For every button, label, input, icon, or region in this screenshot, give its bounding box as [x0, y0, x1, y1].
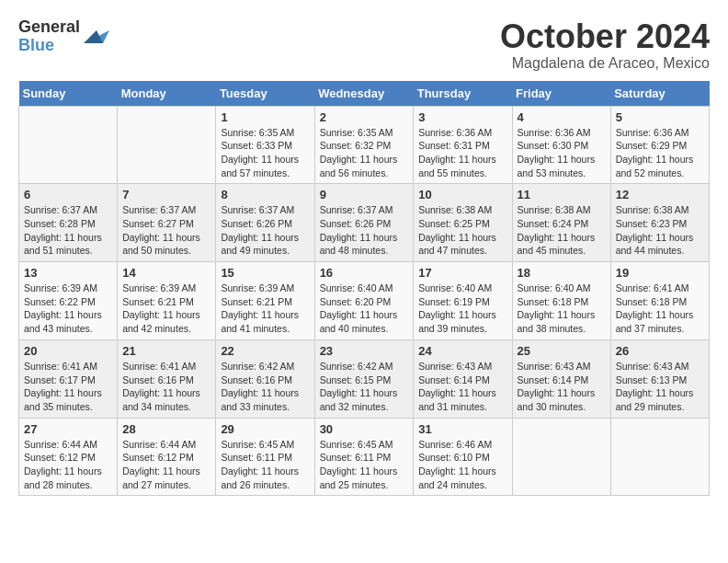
calendar-week-3: 13Sunrise: 6:39 AM Sunset: 6:22 PM Dayli… — [19, 262, 710, 340]
day-header-thursday: Thursday — [414, 81, 512, 107]
calendar-cell: 2Sunrise: 6:35 AM Sunset: 6:32 PM Daylig… — [314, 106, 414, 184]
day-number: 5 — [616, 110, 704, 124]
day-number: 8 — [221, 188, 309, 201]
day-info: Sunrise: 6:36 AM Sunset: 6:30 PM Dayligh… — [518, 126, 606, 180]
day-info: Sunrise: 6:35 AM Sunset: 6:32 PM Dayligh… — [320, 126, 409, 180]
calendar-cell — [610, 418, 709, 496]
calendar-cell: 18Sunrise: 6:40 AM Sunset: 6:18 PM Dayli… — [512, 262, 610, 340]
calendar-cell: 9Sunrise: 6:37 AM Sunset: 6:26 PM Daylig… — [314, 184, 414, 262]
day-info: Sunrise: 6:42 AM Sunset: 6:16 PM Dayligh… — [221, 360, 309, 414]
calendar-cell: 16Sunrise: 6:40 AM Sunset: 6:20 PM Dayli… — [314, 262, 414, 340]
day-info: Sunrise: 6:36 AM Sunset: 6:31 PM Dayligh… — [418, 126, 506, 180]
calendar-cell: 11Sunrise: 6:38 AM Sunset: 6:24 PM Dayli… — [512, 184, 610, 262]
calendar-table: SundayMondayTuesdayWednesdayThursdayFrid… — [18, 81, 710, 497]
day-info: Sunrise: 6:35 AM Sunset: 6:33 PM Dayligh… — [221, 126, 309, 180]
day-info: Sunrise: 6:43 AM Sunset: 6:14 PM Dayligh… — [518, 360, 606, 414]
day-number: 1 — [221, 110, 309, 124]
calendar-cell: 7Sunrise: 6:37 AM Sunset: 6:27 PM Daylig… — [118, 184, 216, 262]
day-number: 29 — [221, 422, 309, 436]
day-info: Sunrise: 6:37 AM Sunset: 6:26 PM Dayligh… — [320, 203, 409, 258]
day-info: Sunrise: 6:38 AM Sunset: 6:25 PM Dayligh… — [418, 203, 506, 258]
calendar-cell: 13Sunrise: 6:39 AM Sunset: 6:22 PM Dayli… — [19, 262, 118, 340]
day-number: 16 — [320, 266, 409, 280]
calendar-cell: 26Sunrise: 6:43 AM Sunset: 6:13 PM Dayli… — [610, 339, 709, 418]
calendar-cell: 6Sunrise: 6:37 AM Sunset: 6:28 PM Daylig… — [19, 184, 118, 262]
day-number: 30 — [320, 422, 409, 436]
day-info: Sunrise: 6:36 AM Sunset: 6:29 PM Dayligh… — [616, 126, 704, 180]
day-number: 26 — [616, 344, 704, 358]
day-number: 9 — [320, 188, 409, 201]
calendar-week-5: 27Sunrise: 6:44 AM Sunset: 6:12 PM Dayli… — [19, 418, 710, 496]
day-number: 25 — [518, 344, 606, 358]
day-info: Sunrise: 6:44 AM Sunset: 6:12 PM Dayligh… — [24, 438, 112, 492]
calendar-cell: 27Sunrise: 6:44 AM Sunset: 6:12 PM Dayli… — [19, 418, 118, 496]
month-title: October 2024 — [500, 18, 710, 55]
day-number: 13 — [24, 266, 112, 280]
logo-general: General — [18, 18, 80, 37]
day-info: Sunrise: 6:40 AM Sunset: 6:20 PM Dayligh… — [320, 282, 409, 336]
calendar-week-2: 6Sunrise: 6:37 AM Sunset: 6:28 PM Daylig… — [19, 184, 710, 262]
day-info: Sunrise: 6:39 AM Sunset: 6:22 PM Dayligh… — [24, 282, 112, 336]
day-number: 18 — [518, 266, 606, 280]
day-number: 19 — [616, 266, 704, 280]
day-number: 11 — [518, 188, 606, 201]
day-number: 10 — [418, 188, 506, 201]
calendar-cell: 24Sunrise: 6:43 AM Sunset: 6:14 PM Dayli… — [414, 339, 512, 418]
day-info: Sunrise: 6:44 AM Sunset: 6:12 PM Dayligh… — [122, 438, 210, 492]
day-info: Sunrise: 6:37 AM Sunset: 6:26 PM Dayligh… — [221, 203, 309, 258]
calendar-week-4: 20Sunrise: 6:41 AM Sunset: 6:17 PM Dayli… — [19, 339, 710, 418]
day-info: Sunrise: 6:37 AM Sunset: 6:27 PM Dayligh… — [122, 203, 210, 258]
day-number: 21 — [122, 344, 210, 358]
day-number: 15 — [221, 266, 309, 280]
day-header-saturday: Saturday — [610, 81, 709, 107]
calendar-cell: 25Sunrise: 6:43 AM Sunset: 6:14 PM Dayli… — [512, 339, 610, 418]
day-number: 31 — [418, 422, 506, 436]
calendar-cell: 28Sunrise: 6:44 AM Sunset: 6:12 PM Dayli… — [118, 418, 216, 496]
day-info: Sunrise: 6:38 AM Sunset: 6:23 PM Dayligh… — [616, 203, 704, 258]
day-info: Sunrise: 6:41 AM Sunset: 6:16 PM Dayligh… — [122, 360, 210, 414]
calendar-cell: 29Sunrise: 6:45 AM Sunset: 6:11 PM Dayli… — [216, 418, 314, 496]
calendar-cell: 8Sunrise: 6:37 AM Sunset: 6:26 PM Daylig… — [216, 184, 314, 262]
calendar-cell: 17Sunrise: 6:40 AM Sunset: 6:19 PM Dayli… — [414, 262, 512, 340]
day-info: Sunrise: 6:40 AM Sunset: 6:18 PM Dayligh… — [518, 282, 606, 336]
day-header-tuesday: Tuesday — [216, 81, 314, 107]
calendar-cell — [118, 106, 216, 184]
day-header-wednesday: Wednesday — [314, 81, 414, 107]
calendar-cell: 22Sunrise: 6:42 AM Sunset: 6:16 PM Dayli… — [216, 339, 314, 418]
day-header-friday: Friday — [512, 81, 610, 107]
day-info: Sunrise: 6:41 AM Sunset: 6:18 PM Dayligh… — [616, 282, 704, 336]
day-info: Sunrise: 6:43 AM Sunset: 6:13 PM Dayligh… — [616, 360, 704, 414]
calendar-cell: 14Sunrise: 6:39 AM Sunset: 6:21 PM Dayli… — [118, 262, 216, 340]
calendar-cell: 21Sunrise: 6:41 AM Sunset: 6:16 PM Dayli… — [118, 339, 216, 418]
calendar-cell: 10Sunrise: 6:38 AM Sunset: 6:25 PM Dayli… — [414, 184, 512, 262]
day-number: 4 — [518, 110, 606, 124]
day-info: Sunrise: 6:42 AM Sunset: 6:15 PM Dayligh… — [320, 360, 409, 414]
day-number: 17 — [418, 266, 506, 280]
day-number: 24 — [418, 344, 506, 358]
day-header-sunday: Sunday — [19, 81, 118, 107]
calendar-cell: 31Sunrise: 6:46 AM Sunset: 6:10 PM Dayli… — [414, 418, 512, 496]
calendar-cell: 30Sunrise: 6:45 AM Sunset: 6:11 PM Dayli… — [314, 418, 414, 496]
logo-blue: Blue — [18, 37, 80, 55]
page-header: General Blue October 2024 Magdalena de A… — [18, 18, 710, 72]
calendar-cell: 3Sunrise: 6:36 AM Sunset: 6:31 PM Daylig… — [414, 106, 512, 184]
day-number: 23 — [320, 344, 409, 358]
day-number: 3 — [418, 110, 506, 124]
calendar-cell: 4Sunrise: 6:36 AM Sunset: 6:30 PM Daylig… — [512, 106, 610, 184]
logo: General Blue — [18, 18, 109, 55]
day-info: Sunrise: 6:39 AM Sunset: 6:21 PM Dayligh… — [221, 282, 309, 336]
day-info: Sunrise: 6:38 AM Sunset: 6:24 PM Dayligh… — [518, 203, 606, 258]
day-number: 20 — [24, 344, 112, 358]
day-info: Sunrise: 6:37 AM Sunset: 6:28 PM Dayligh… — [24, 203, 112, 258]
day-info: Sunrise: 6:45 AM Sunset: 6:11 PM Dayligh… — [221, 438, 309, 492]
title-area: October 2024 Magdalena de Araceo, Mexico — [500, 18, 710, 72]
day-number: 28 — [122, 422, 210, 436]
calendar-cell: 1Sunrise: 6:35 AM Sunset: 6:33 PM Daylig… — [216, 106, 314, 184]
calendar-cell: 20Sunrise: 6:41 AM Sunset: 6:17 PM Dayli… — [19, 339, 118, 418]
day-number: 14 — [122, 266, 210, 280]
calendar-cell: 5Sunrise: 6:36 AM Sunset: 6:29 PM Daylig… — [610, 106, 709, 184]
calendar-body: 1Sunrise: 6:35 AM Sunset: 6:33 PM Daylig… — [19, 106, 710, 496]
day-number: 27 — [24, 422, 112, 436]
day-info: Sunrise: 6:40 AM Sunset: 6:19 PM Dayligh… — [418, 282, 506, 336]
location: Magdalena de Araceo, Mexico — [500, 55, 710, 72]
